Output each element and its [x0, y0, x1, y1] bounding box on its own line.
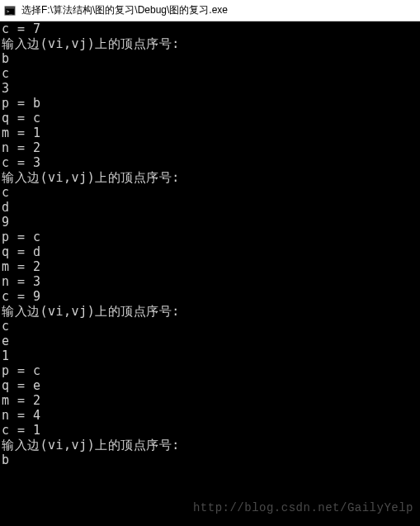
window-title: 选择F:\算法结构\图的复习\Debug\图的复习.exe — [21, 3, 228, 17]
console-line: b — [2, 51, 418, 66]
console-line: c — [2, 319, 418, 334]
console-line: c = 9 — [2, 289, 418, 304]
console-line: p = c — [2, 363, 418, 378]
console-line: q = d — [2, 244, 418, 259]
console-line: p = c — [2, 230, 418, 244]
console-line: c = 7 — [2, 21, 418, 36]
console-line: m = 2 — [2, 259, 418, 274]
console-line: c = 1 — [2, 423, 418, 438]
console-line: 3 — [2, 81, 418, 96]
console-line: m = 1 — [2, 126, 418, 140]
console-line: n = 2 — [2, 140, 418, 155]
console-line: 输入边(vi,vj)上的顶点序号: — [2, 304, 418, 319]
svg-text:>_: >_ — [7, 7, 13, 14]
console-line: 9 — [2, 215, 418, 230]
console-line: n = 4 — [2, 408, 418, 423]
console-line: p = b — [2, 96, 418, 111]
console-line: d — [2, 200, 418, 215]
watermark: http://blog.csdn.net/GailyYelp — [193, 501, 413, 514]
console-line: m = 2 — [2, 393, 418, 408]
console-line: q = c — [2, 111, 418, 126]
console-line: e — [2, 334, 418, 348]
console-line: q = e — [2, 378, 418, 393]
console-line: c = 3 — [2, 155, 418, 170]
console-line: n = 3 — [2, 274, 418, 289]
titlebar[interactable]: >_ 选择F:\算法结构\图的复习\Debug\图的复习.exe — [0, 0, 420, 21]
console-app-icon: >_ — [3, 4, 17, 17]
console-output[interactable]: c = 7输入边(vi,vj)上的顶点序号:bc3p = bq = cm = 1… — [0, 21, 420, 467]
console-line: 1 — [2, 348, 418, 363]
console-line: 输入边(vi,vj)上的顶点序号: — [2, 170, 418, 185]
console-line: c — [2, 66, 418, 81]
console-line: b — [2, 453, 418, 467]
console-line: 输入边(vi,vj)上的顶点序号: — [2, 438, 418, 453]
console-line: 输入边(vi,vj)上的顶点序号: — [2, 36, 418, 51]
console-line: c — [2, 185, 418, 200]
